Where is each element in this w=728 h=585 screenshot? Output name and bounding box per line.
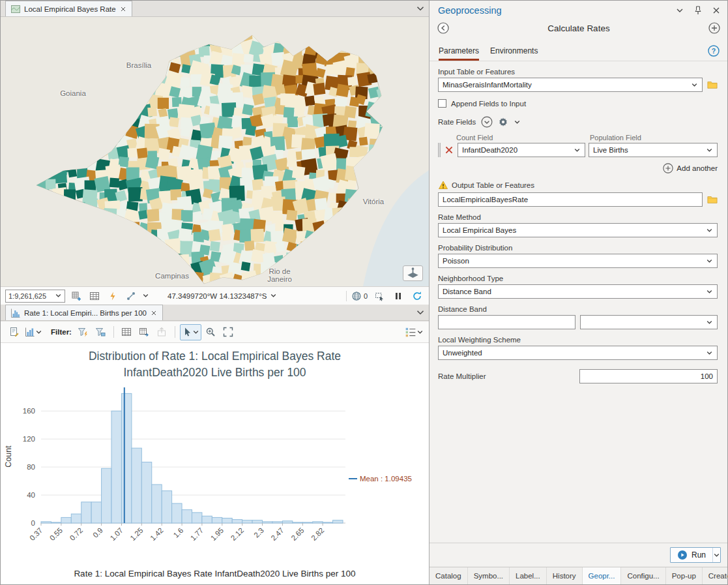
map-overlay-button[interactable] <box>403 265 423 281</box>
chart-view-tab[interactable]: Rate 1: Local Empiri... Births per 100 <box>5 305 163 320</box>
pause-drawing-button[interactable] <box>391 289 405 303</box>
bottom-tab-create[interactable]: Create... <box>703 567 728 584</box>
pin-icon[interactable] <box>693 5 703 16</box>
histogram-plot[interactable]: 040801201600.370.550.720.91.071.251.421.… <box>1 381 429 569</box>
neighborhood-value: Distance Band <box>443 288 703 295</box>
gear-icon[interactable] <box>498 117 508 127</box>
back-button-icon[interactable] <box>437 22 449 34</box>
tool-nav-row: Calculate Rates <box>430 18 728 38</box>
bottom-tab-label[interactable]: Label... <box>510 567 547 584</box>
refresh-button[interactable] <box>410 289 424 303</box>
help-icon[interactable]: ? <box>708 45 720 57</box>
attribute-table-button[interactable] <box>87 289 102 303</box>
selection-box-icon <box>374 291 385 301</box>
remove-row-icon[interactable] <box>444 145 454 155</box>
rate-method-combobox[interactable]: Local Empirical Bayes <box>438 223 718 237</box>
gear-chevron-icon[interactable] <box>514 119 521 126</box>
city-label-campinas: Campinas <box>155 272 189 280</box>
svg-text:120: 120 <box>23 435 35 443</box>
output-table-value: LocalEmpiricalBayesRate <box>443 196 698 203</box>
chart-type-button[interactable] <box>23 324 44 340</box>
run-play-icon <box>677 550 688 560</box>
table-link-button[interactable] <box>136 324 153 340</box>
tool-title: Calculate Rates <box>547 23 609 33</box>
field-pair-row: InfantDeath2020 Live Births <box>438 143 718 157</box>
show-table-button[interactable] <box>119 324 135 340</box>
city-label-vitória: Vitória <box>363 198 384 205</box>
input-table-combobox[interactable]: MinasGeraisInfantMortality <box>438 78 703 92</box>
link-nodes-button[interactable] <box>124 289 138 303</box>
selection-button[interactable] <box>372 289 386 303</box>
svg-text:2.65: 2.65 <box>289 526 305 542</box>
parameter-tabs: Parameters Environments ? <box>430 38 728 61</box>
browse-folder-icon[interactable] <box>707 80 718 90</box>
output-table-label-row: Output Table or Features <box>438 180 718 190</box>
row-drag-handle[interactable] <box>438 143 441 157</box>
population-field-header: Population Field <box>590 134 641 142</box>
map-tab-bar: Local Empirical Bayes Rate <box>1 1 429 17</box>
weighting-combobox[interactable]: Unweighted <box>438 346 718 360</box>
svg-text:1.42: 1.42 <box>149 526 164 542</box>
run-button[interactable]: Run <box>670 547 721 563</box>
bottom-tab-history[interactable]: History <box>547 567 583 584</box>
lightning-icon <box>108 291 118 301</box>
flash-button[interactable] <box>106 289 120 303</box>
bottom-tab-catalog[interactable]: Catalog <box>430 567 468 584</box>
map-view-tab[interactable]: Local Empirical Bayes Rate <box>5 1 132 16</box>
add-tool-icon[interactable] <box>708 22 720 34</box>
svg-text:Mean : 1.09435: Mean : 1.09435 <box>360 475 412 483</box>
zoom-in-button[interactable] <box>203 324 219 340</box>
filter-extent-button[interactable] <box>93 324 109 340</box>
bottom-tab-popup[interactable]: Pop-up <box>666 567 703 584</box>
map-scale-combobox[interactable]: 1:9,261,625 <box>5 290 65 303</box>
tab-parameters[interactable]: Parameters <box>439 46 479 61</box>
distance-band-input[interactable] <box>438 315 575 329</box>
bottom-tab-symbo[interactable]: Symbo... <box>468 567 510 584</box>
bottom-tab-geopr[interactable]: Geopr... <box>583 567 622 584</box>
status-right-group: 0 <box>346 289 424 303</box>
combo-chevron-icon <box>691 82 698 89</box>
map-tab-list-chevron-icon[interactable] <box>415 3 426 14</box>
browse-folder-icon[interactable] <box>707 194 718 205</box>
status-tools-chevron-icon[interactable] <box>142 292 149 299</box>
pointer-mode-button[interactable] <box>180 324 201 340</box>
chart-body: Distribution of Rate 1: Local Empirical … <box>1 343 429 584</box>
panel-menu-chevron-icon[interactable] <box>675 5 685 16</box>
output-table-input[interactable]: LocalEmpiricalBayesRate <box>438 192 703 207</box>
run-options-chevron-icon[interactable] <box>713 552 720 559</box>
histogram-icon <box>10 308 21 318</box>
full-extent-button[interactable] <box>220 324 237 340</box>
chart-tab-list-chevron-icon[interactable] <box>415 307 426 318</box>
rate-multiplier-input[interactable]: 100 <box>579 369 718 383</box>
svg-text:2.12: 2.12 <box>229 526 245 542</box>
distance-band-unit-combobox[interactable] <box>580 315 718 329</box>
neighborhood-combobox[interactable]: Distance Band <box>438 284 718 299</box>
chart-properties-button[interactable] <box>6 324 22 340</box>
probability-combobox[interactable]: Poisson <box>438 254 718 268</box>
collapse-fields-icon[interactable] <box>481 116 493 128</box>
globe-status[interactable]: 0 <box>351 291 368 301</box>
chart-tab-close-icon[interactable] <box>150 309 158 317</box>
append-fields-label: Append Fields to Input <box>451 100 526 108</box>
zoom-plus-icon <box>205 327 216 337</box>
probability-label: Probability Distribution <box>438 244 718 252</box>
map-icon <box>10 4 21 14</box>
count-field-combobox[interactable]: InfantDeath2020 <box>458 143 585 157</box>
divider <box>113 326 114 338</box>
population-field-combobox[interactable]: Live Births <box>589 143 718 157</box>
map-overlay-icon <box>408 268 418 278</box>
map-coordinates[interactable]: 47.3499720°W 14.1323487°S <box>167 292 277 300</box>
add-another-button[interactable]: Add another <box>438 163 718 173</box>
tab-environments[interactable]: Environments <box>490 46 538 61</box>
grid-plus-button[interactable] <box>69 289 83 303</box>
probability-value: Poisson <box>443 257 703 265</box>
panel-close-icon[interactable] <box>711 5 721 16</box>
export-icon <box>156 327 167 337</box>
map-tab-close-icon[interactable] <box>119 5 127 13</box>
append-fields-checkbox[interactable] <box>438 99 446 108</box>
map-canvas[interactable]: BrasíliaGoianiaVitóriaCampinasRio de Jan… <box>1 17 429 286</box>
bottom-tab-configu[interactable]: Configu... <box>621 567 665 584</box>
filter-selection-button[interactable] <box>75 324 91 340</box>
chart-toolbar: Filter: <box>1 321 429 343</box>
legend-toggle-button[interactable] <box>405 326 424 338</box>
